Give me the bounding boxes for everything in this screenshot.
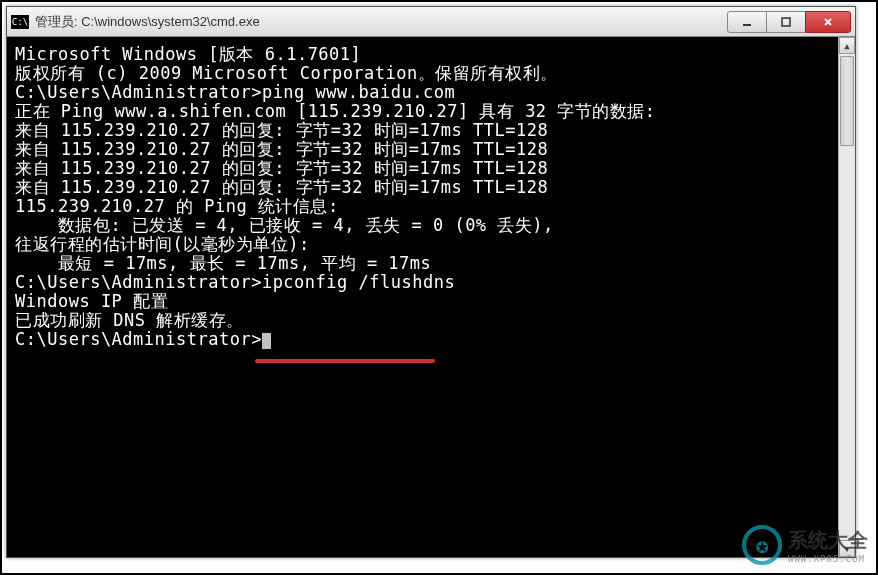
minimize-icon: [741, 16, 753, 28]
terminal-line: 来自 115.239.210.27 的回复: 字节=32 时间=17ms TTL…: [15, 159, 847, 178]
terminal-line: C:\Users\Administrator>: [15, 330, 847, 349]
close-icon: [822, 16, 834, 28]
app-icon: C:\: [11, 15, 29, 29]
terminal-output[interactable]: Microsoft Windows [版本 6.1.7601]版权所有 (c) …: [7, 37, 855, 557]
vertical-scrollbar[interactable]: ▲ ▼: [838, 37, 855, 557]
minimize-button[interactable]: [727, 11, 767, 33]
watermark: ✪ 系统大全 WWW.XP85.COM: [742, 525, 868, 565]
scroll-up-button[interactable]: ▲: [839, 37, 855, 54]
watermark-brand: 系统大全: [788, 529, 868, 551]
watermark-icon: ✪: [742, 525, 782, 565]
terminal-line: 版权所有 (c) 2009 Microsoft Corporation。保留所有…: [15, 64, 847, 83]
watermark-text-block: 系统大全 WWW.XP85.COM: [788, 527, 868, 564]
terminal-line: 来自 115.239.210.27 的回复: 字节=32 时间=17ms TTL…: [15, 178, 847, 197]
scroll-thumb[interactable]: [840, 56, 854, 146]
window-title: 管理员: C:\windows\system32\cmd.exe: [35, 13, 728, 31]
terminal-line: 数据包: 已发送 = 4, 已接收 = 4, 丢失 = 0 (0% 丢失),: [15, 216, 847, 235]
svg-rect-1: [782, 18, 790, 26]
terminal-line: Microsoft Windows [版本 6.1.7601]: [15, 45, 847, 64]
terminal-line: 往返行程的估计时间(以毫秒为单位):: [15, 235, 847, 254]
terminal-line: 来自 115.239.210.27 的回复: 字节=32 时间=17ms TTL…: [15, 140, 847, 159]
terminal-line: 最短 = 17ms, 最长 = 17ms, 平均 = 17ms: [15, 254, 847, 273]
terminal-line: C:\Users\Administrator>ipconfig /flushdn…: [15, 273, 847, 292]
red-underline-annotation: [255, 359, 435, 363]
terminal-line: 正在 Ping www.a.shifen.com [115.239.210.27…: [15, 102, 847, 121]
terminal-line: C:\Users\Administrator>ping www.baidu.co…: [15, 83, 847, 102]
close-button[interactable]: [805, 11, 851, 33]
terminal-line: 已成功刷新 DNS 解析缓存。: [15, 311, 847, 330]
watermark-url: WWW.XP85.COM: [788, 554, 868, 564]
cmd-window: C:\ 管理员: C:\windows\system32\cmd.exe Mic…: [6, 6, 856, 558]
svg-rect-0: [743, 24, 751, 26]
scroll-track[interactable]: [839, 54, 855, 540]
terminal-line: Windows IP 配置: [15, 292, 847, 311]
terminal-line: 115.239.210.27 的 Ping 统计信息:: [15, 197, 847, 216]
maximize-button[interactable]: [766, 11, 806, 33]
maximize-icon: [780, 16, 792, 28]
cursor: [262, 333, 271, 349]
terminal-line: 来自 115.239.210.27 的回复: 字节=32 时间=17ms TTL…: [15, 121, 847, 140]
window-controls: [728, 11, 851, 33]
titlebar[interactable]: C:\ 管理员: C:\windows\system32\cmd.exe: [7, 7, 855, 37]
